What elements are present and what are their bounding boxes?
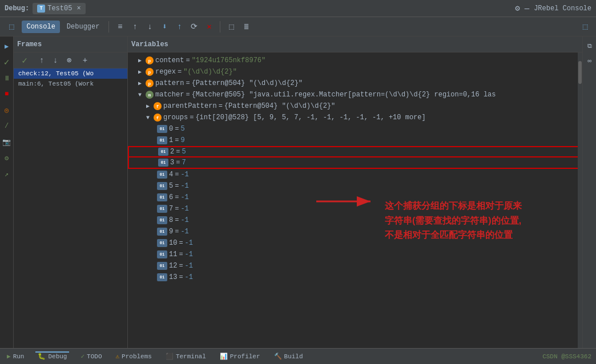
scroll-thumb[interactable] [578,61,582,84]
var-row-3[interactable]: 01 3 = 7 [128,157,582,169]
tab-console[interactable]: Console [22,21,59,33]
active-tab[interactable]: T Test05 × [33,3,85,14]
var-row-7[interactable]: 01 7 = -1 [128,203,582,215]
close-icon[interactable]: × [76,5,80,13]
toolbar-btn-refresh[interactable]: ⟳ [188,21,200,33]
build-label: Build [284,353,303,360]
var-name-groups: groups [163,114,188,122]
frames-down-btn[interactable]: ↓ [49,54,62,67]
frames-up-btn[interactable]: ↑ [35,54,48,67]
var-row-1[interactable]: 01 1 = 9 [128,135,582,146]
var-row-13[interactable]: 01 13 = -1 [128,272,582,283]
var-row-9[interactable]: 01 9 = -1 [128,226,582,237]
frames-btn-check[interactable]: ✓ [16,54,33,67]
side-gear-icon[interactable]: ⚙ [2,153,12,163]
var-name-int-0: 0 [169,125,173,133]
side-target-icon[interactable]: ◎ [2,105,12,115]
frame-item-0[interactable]: check:12, Test05 (Wo [14,68,127,79]
toolbar-btn-lines[interactable]: ≣ [240,21,252,33]
var-row-groups[interactable]: ▼ f groups = {int[20]@528} [5, 9, 5, 7, … [128,112,582,123]
var-desc-groups: [5, 9, 5, 7, -1, -1, -1, -1, -1, +10 mor… [249,114,426,122]
var-row-regex[interactable]: ▶ p regex = "(\d\d)\d{2}" [128,66,582,78]
var-row-12[interactable]: 01 12 = -1 [128,260,582,272]
frames-filter-btn[interactable]: ⊗ [63,54,75,67]
var-name-parentpattern: parentPattern [163,102,217,110]
variables-title: Variables [131,41,168,48]
toolbar-btn-stop[interactable]: ✕ [203,21,215,33]
status-todo[interactable]: ✓ TODO [78,351,104,361]
type-int-1: 01 [157,136,167,144]
side-camera-icon[interactable]: 📷 [2,137,12,147]
expand-content[interactable]: ▶ [136,57,144,64]
toolbar-btn-grid[interactable]: ⬚ [225,21,237,33]
type-int-13: 01 [157,273,167,281]
expand-regex[interactable]: ▶ [136,68,144,75]
toolbar-btn-down[interactable]: ↓ [143,21,156,33]
var-row-pattern[interactable]: ▶ p pattern = {Pattern@504} "(\d\d)\d{2}… [128,78,582,89]
var-row-8[interactable]: 01 8 = -1 [128,215,582,226]
var-row-5[interactable]: 01 5 = -1 [128,180,582,192]
toolbar-btn-menu[interactable]: ≡ [114,21,126,33]
expand-matcher[interactable]: ▼ [136,92,144,98]
side-play-icon[interactable]: ▶ [2,41,12,51]
status-bar: ▶ Run 🐛 Debug ✓ TODO ⚠ Problems ⬛ Termin… [0,348,596,364]
toolbar-btn-step-out[interactable]: ↑ [173,21,186,33]
expand-pattern[interactable]: ▶ [136,80,144,87]
status-build[interactable]: 🔨 Build [272,351,305,361]
toolbar-separator-2 [220,21,220,33]
side-pause-icon[interactable]: ⏸ [2,73,12,83]
var-row-10[interactable]: 01 10 = -1 [128,237,582,249]
expand-parentpattern[interactable]: ▶ [144,103,152,110]
toolbar-btn-step-over[interactable]: ⬇ [158,21,171,33]
vars-list: ▶ p content = "1924u1765nkf8976" ▶ p reg… [128,52,582,285]
type-int-0: 01 [157,125,167,133]
var-value-regex: "(\d\d)\d{2}" [183,68,237,76]
frames-title: Frames [17,41,42,48]
gear-icon[interactable]: ⚙ [515,3,520,13]
right-icon-infinity[interactable]: ∞ [585,56,595,66]
var-val-int-5: -1 [180,182,188,190]
var-row-11[interactable]: 01 11 = -1 [128,249,582,260]
var-val-int-12: -1 [185,262,193,270]
status-run[interactable]: ▶ Run [5,351,26,361]
var-eq-int-4: = [175,171,179,179]
run-icon: ▶ [7,353,11,360]
status-profiler[interactable]: 📊 Profiler [218,351,263,361]
var-row-6[interactable]: 01 6 = -1 [128,192,582,203]
type-int-11: 01 [157,250,167,258]
var-name-int-6: 6 [169,193,173,201]
var-row-matcher[interactable]: ▼ m matcher = {Matcher@505} "java.util.r… [128,89,582,100]
var-name-matcher: matcher [155,91,184,99]
var-name-int-4: 4 [169,171,173,179]
var-row-content[interactable]: ▶ p content = "1924u1765nkf8976" [128,55,582,66]
side-edit-icon[interactable]: / [2,121,12,131]
minimize-icon[interactable]: — [525,4,529,13]
var-ref-parentpattern: {Pattern@504} [224,102,278,110]
frames-list: check:12, Test05 (Wo main:6, Test05 (Wor… [14,68,127,348]
side-stop-icon[interactable]: ■ [2,89,12,99]
right-icon-copy[interactable]: ⧉ [585,41,595,51]
type-int-8: 01 [157,216,167,224]
frame-item-1[interactable]: main:6, Test05 (Work [14,79,127,89]
var-eq-parentpattern: = [219,102,223,110]
type-p-content: p [146,56,154,64]
frame-label-1: main:6, Test05 (Work [18,80,94,87]
var-row-4[interactable]: 01 4 = -1 [128,169,582,180]
frames-add-btn[interactable]: + [79,54,91,67]
status-problems[interactable]: ⚠ Problems [113,351,154,361]
var-row-2[interactable]: 01 2 = 5 [128,146,582,157]
expand-groups[interactable]: ▼ [144,115,152,121]
status-terminal[interactable]: ⬛ Terminal [163,351,208,361]
scroll-bar[interactable] [578,52,582,348]
jrebel-label: JRebel Console [534,5,591,13]
status-debug[interactable]: 🐛 Debug [35,351,69,361]
var-val-int-13: -1 [185,273,193,281]
var-row-parentpattern[interactable]: ▶ f parentPattern = {Pattern@504} "(\d\d… [128,100,582,112]
side-arrow-icon[interactable]: ↗ [2,169,12,179]
var-row-0[interactable]: 01 0 = 5 [128,123,582,135]
side-check-icon[interactable]: ✓ [2,57,12,67]
tab-debugger[interactable]: Debugger [62,21,104,33]
toolbar-right-btn[interactable]: ⬚ [579,21,591,33]
toolbar-btn-up[interactable]: ↑ [128,21,141,33]
tab-name: Test05 [47,5,72,13]
